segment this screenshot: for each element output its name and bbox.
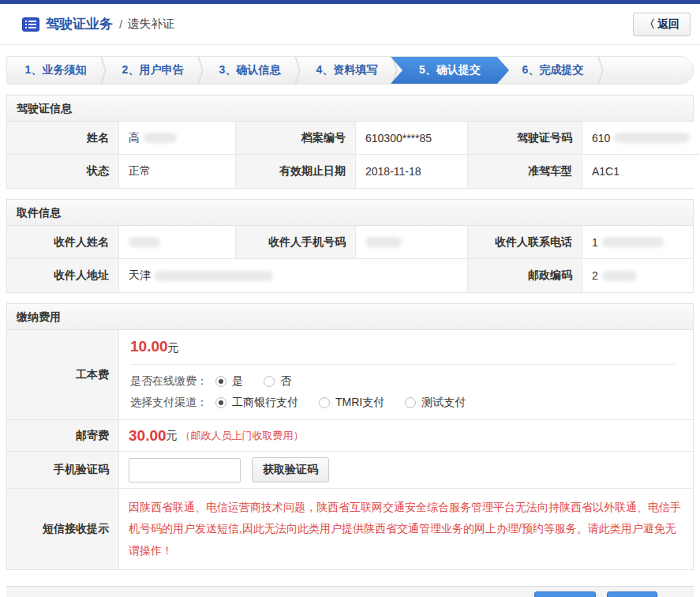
step-2-user-declaration[interactable]: 2、用户申告	[104, 57, 201, 84]
postcode-value: 2	[582, 259, 693, 292]
channel-tmri-label: TMRI支付	[335, 396, 384, 410]
recipient-name-label: 收件人姓名	[7, 226, 119, 259]
license-list-icon	[22, 17, 39, 32]
sms-tip-label: 短信接收提示	[7, 489, 119, 569]
step-4-fill-data[interactable]: 4、资料填写	[298, 57, 395, 84]
production-fee-label: 工本费	[7, 330, 119, 420]
production-fee-amount: 10.00	[130, 338, 168, 355]
production-fee-amount-row: 10.00元	[130, 338, 682, 355]
radio-unchecked-icon[interactable]	[319, 397, 330, 408]
file-no-value: 610300****85	[356, 122, 468, 155]
postage-label: 邮寄费	[7, 420, 119, 452]
recipient-mobile-label: 收件人手机号码	[236, 226, 356, 259]
redacted-value	[602, 237, 664, 247]
recipient-phone-label: 收件人联系电话	[468, 226, 582, 259]
section-pickup-title: 取件信息	[7, 200, 693, 226]
redacted-value	[144, 133, 177, 143]
license-no-label: 驾驶证号码	[468, 122, 582, 155]
step-5-confirm-submit[interactable]: 5、确认提交	[391, 57, 509, 84]
postage-note: （邮政人员上门收取费用）	[181, 429, 304, 443]
pay-channel-row: 选择支付渠道： 工商银行支付 TMRI支付 测试支付	[130, 396, 682, 410]
online-pay-label: 是否在线缴费：	[130, 374, 208, 389]
fee-divider	[130, 364, 676, 365]
section-license-title: 驾驶证信息	[7, 96, 693, 122]
postage-amount: 30.00	[129, 427, 167, 445]
sms-tip-text: 因陕西省联通、电信运营商技术问题，陕西省互联网交通安全综合服务管理平台无法向持陕…	[129, 494, 683, 565]
online-pay-yes-label: 是	[232, 374, 243, 389]
redacted-value	[365, 237, 402, 247]
breadcrumb-current: 遗失补证	[127, 17, 174, 32]
step-1-business-notice[interactable]: 1、业务须知	[7, 57, 104, 84]
status-label: 状态	[7, 155, 119, 188]
vehicle-class-label: 准驾车型	[468, 155, 582, 188]
expiry-label: 有效期止日期	[236, 155, 356, 188]
yuan-unit: 元	[168, 341, 179, 354]
status-value: 正常	[119, 155, 236, 188]
breadcrumb-separator: /	[119, 17, 122, 31]
file-no-label: 档案编号	[236, 122, 356, 155]
postcode-label: 邮政编码	[468, 259, 582, 292]
address-value: 天津	[119, 259, 468, 292]
recipient-phone-value: 1	[582, 226, 693, 259]
radio-unchecked-icon[interactable]	[405, 397, 416, 408]
address-label: 收件人地址	[7, 259, 119, 292]
redacted-value	[602, 271, 637, 281]
production-fee-cell: 10.00元 是否在线缴费： 是 否 选择支付渠道： 工商银行支付 TMRI支付…	[119, 330, 693, 420]
vehicle-class-value: A1C1	[582, 155, 699, 188]
footer-action-bar: 上一步 完成	[6, 586, 694, 597]
sms-code-input[interactable]	[129, 458, 241, 482]
online-pay-row: 是否在线缴费： 是 否	[130, 374, 682, 389]
page-header: 驾驶证业务 / 遗失补证 〈返回	[0, 4, 700, 45]
name-value: 高	[119, 122, 236, 155]
postage-cell: 30.00元 （邮政人员上门收取费用）	[119, 420, 693, 452]
channel-icbc-option[interactable]: 工商银行支付	[215, 396, 298, 410]
redacted-value	[129, 237, 160, 247]
recipient-name-value	[119, 226, 236, 259]
radio-unchecked-icon[interactable]	[264, 376, 275, 387]
radio-checked-icon[interactable]	[215, 397, 226, 408]
channel-test-label: 测试支付	[421, 396, 466, 410]
online-pay-no-label: 否	[280, 374, 291, 389]
pay-channel-label: 选择支付渠道：	[130, 396, 208, 410]
step-progress-bar: 1、业务须知 2、用户申告 3、确认信息 4、资料填写 5、确认提交 6、完成提…	[6, 56, 694, 84]
sms-code-label: 手机验证码	[7, 452, 119, 489]
page-title: 驾驶证业务	[46, 15, 113, 33]
license-no-value: 610	[582, 122, 699, 155]
radio-checked-icon[interactable]	[215, 376, 226, 387]
redacted-value	[155, 271, 273, 281]
finish-button[interactable]: 完成	[607, 591, 657, 597]
step-6-complete-submit[interactable]: 6、完成提交	[504, 57, 601, 84]
back-button[interactable]: 〈返回	[633, 13, 691, 36]
channel-test-option[interactable]: 测试支付	[405, 396, 466, 410]
section-fees-title: 缴纳费用	[7, 304, 693, 330]
yuan-unit: 元	[167, 429, 178, 443]
online-pay-no-option[interactable]: 否	[264, 374, 291, 389]
online-pay-yes-option[interactable]: 是	[215, 374, 243, 389]
redacted-value	[614, 133, 690, 143]
section-fees: 缴纳费用 工本费 10.00元 是否在线缴费： 是 否 选择支付渠道： 工商银行…	[6, 303, 694, 570]
expiry-value: 2018-11-18	[356, 155, 468, 188]
get-sms-code-button[interactable]: 获取验证码	[252, 457, 329, 482]
name-label: 姓名	[7, 122, 119, 155]
sms-code-cell: 获取验证码	[119, 452, 693, 489]
channel-tmri-option[interactable]: TMRI支付	[319, 396, 384, 410]
step-3-confirm-info[interactable]: 3、确认信息	[201, 57, 298, 84]
sms-tip-cell: 因陕西省联通、电信运营商技术问题，陕西省互联网交通安全综合服务管理平台无法向持陕…	[119, 489, 693, 569]
recipient-mobile-value	[356, 226, 468, 259]
previous-step-button[interactable]: 上一步	[534, 591, 596, 597]
section-license-info: 驾驶证信息 姓名 高 档案编号 610300****85 驾驶证号码 610 状…	[6, 95, 694, 189]
channel-icbc-label: 工商银行支付	[232, 396, 298, 410]
back-button-label: 返回	[657, 17, 679, 30]
chevron-left-icon: 〈	[644, 17, 655, 30]
section-pickup-info: 取件信息 收件人姓名 收件人手机号码 收件人联系电话 1 收件人地址 天津 邮政…	[6, 199, 694, 293]
